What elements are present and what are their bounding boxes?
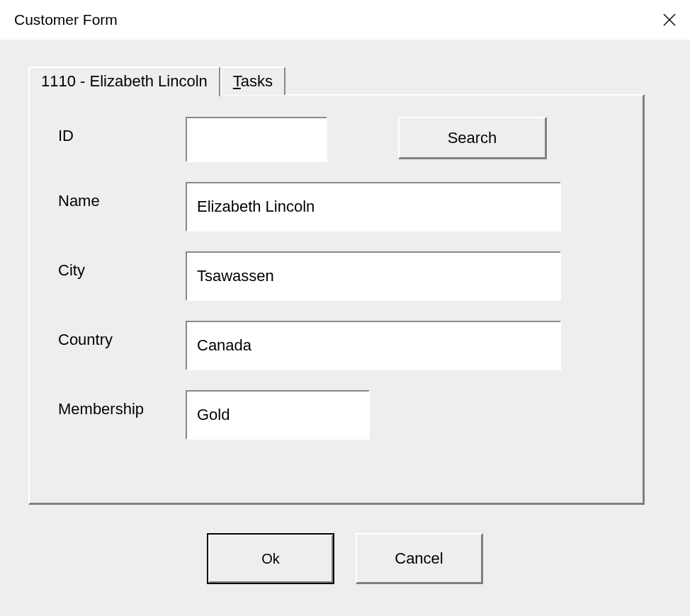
tab-customer-detail[interactable]: 1110 - Elizabeth Lincoln: [28, 67, 220, 96]
label-id: ID: [58, 117, 186, 145]
label-city: City: [58, 251, 186, 280]
button-row: Ok Cancel: [28, 533, 662, 584]
id-input[interactable]: [186, 117, 327, 162]
row-membership: Membership: [58, 390, 614, 440]
titlebar: Customer Form: [0, 0, 690, 40]
row-country: Country: [58, 321, 614, 370]
row-city: City: [58, 251, 614, 301]
label-name: Name: [58, 182, 186, 210]
city-input[interactable]: [186, 251, 561, 301]
row-name: Name: [58, 182, 614, 232]
ok-button[interactable]: Ok: [207, 533, 334, 584]
membership-input[interactable]: [186, 390, 370, 440]
search-button[interactable]: Search: [398, 117, 547, 159]
label-membership: Membership: [58, 390, 186, 418]
tab-tasks[interactable]: Tasks: [220, 67, 285, 95]
country-input[interactable]: [186, 321, 561, 370]
tab-panel: ID Search Name City Country Membership: [28, 94, 645, 505]
close-icon[interactable]: [663, 13, 676, 26]
label-country: Country: [58, 321, 186, 349]
content-area: 1110 - Elizabeth Lincoln Tasks ID Search…: [0, 40, 690, 616]
ok-button-label: Ok: [208, 535, 333, 583]
tab-container: 1110 - Elizabeth Lincoln Tasks ID Search…: [28, 67, 645, 505]
window-title: Customer Form: [14, 11, 118, 28]
tab-header: 1110 - Elizabeth Lincoln Tasks: [28, 67, 645, 95]
row-id: ID Search: [58, 117, 614, 162]
name-input[interactable]: [186, 182, 561, 232]
cancel-button[interactable]: Cancel: [356, 533, 483, 584]
